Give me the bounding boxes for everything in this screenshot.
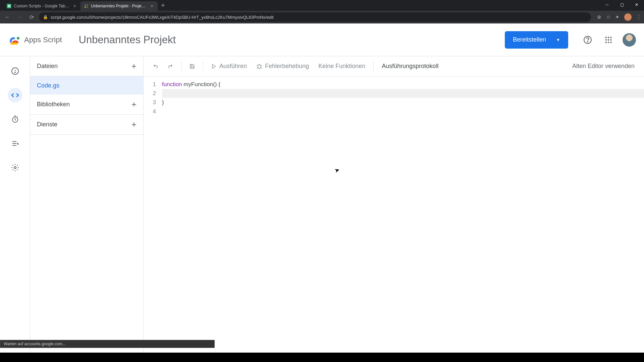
debug-label: Fehlerbehebung [265, 63, 309, 70]
code-line-3: } [162, 98, 644, 107]
code-line-2 [162, 89, 644, 98]
browser-tab-1[interactable]: Unbenanntes Projekt - Projekt-E × [80, 1, 158, 11]
svg-line-33 [257, 67, 258, 68]
function-selector-label: Keine Funktionen [318, 63, 365, 70]
svg-point-13 [610, 37, 611, 38]
svg-point-22 [15, 72, 15, 73]
editor-toolbar: Ausführen Fehlerbehebung Keine Funktione… [144, 56, 644, 76]
run-label: Ausführen [219, 63, 247, 70]
chevron-down-icon: ▼ [556, 38, 560, 42]
reload-button[interactable]: ⟳ [27, 12, 36, 22]
line-gutter: 1 2 3 4 [144, 80, 162, 353]
lock-icon: 🔒 [43, 15, 48, 19]
zoom-icon[interactable]: ⊕ [597, 14, 601, 20]
svg-point-10 [587, 41, 588, 42]
apps-script-logo[interactable]: Apps Script [8, 34, 62, 46]
svg-line-32 [261, 65, 262, 66]
execution-log-button[interactable]: Ausführungsprotokoll [378, 60, 442, 72]
toolbar-divider [203, 61, 203, 72]
tab-title-0: Custom Scripts - Google Tabellen [14, 4, 70, 8]
line-number: 3 [144, 98, 156, 107]
svg-point-14 [605, 39, 606, 40]
svg-point-19 [610, 42, 611, 43]
minimize-button[interactable]: ─ [600, 0, 614, 9]
left-rail [0, 56, 30, 353]
close-icon[interactable]: × [150, 3, 154, 9]
svg-point-15 [608, 39, 609, 40]
rail-executions-button[interactable] [8, 136, 22, 151]
line-number: 1 [144, 80, 156, 89]
tab-bar: Custom Scripts - Google Tabellen × Unben… [0, 0, 644, 11]
close-window-button[interactable]: ✕ [629, 0, 644, 9]
execution-log-label: Ausführungsprotokoll [382, 63, 438, 70]
save-button[interactable] [185, 60, 199, 72]
rail-overview-button[interactable] [8, 64, 22, 78]
files-label: Dateien [37, 63, 58, 70]
rail-triggers-button[interactable] [8, 112, 22, 127]
add-library-button[interactable]: + [131, 99, 137, 110]
url-text: script.google.com/u/0/home/projects/19lr… [51, 15, 274, 20]
extensions-icon[interactable]: ✦ [615, 14, 620, 20]
line-number: 2 [144, 89, 156, 98]
back-button[interactable]: ← [3, 12, 12, 22]
forward-button[interactable]: → [15, 12, 24, 22]
svg-marker-28 [212, 64, 215, 68]
apps-script-title: Apps Script [24, 36, 62, 44]
deploy-label: Bereitstellen [513, 36, 546, 43]
svg-point-17 [605, 42, 606, 43]
close-icon[interactable]: × [72, 3, 77, 9]
services-label: Dienste [37, 121, 57, 128]
libraries-label: Bibliotheken [37, 101, 70, 108]
apps-grid-button[interactable] [602, 33, 615, 47]
status-bar: Warten auf accounts.google.com... [0, 340, 215, 348]
svg-point-18 [608, 42, 609, 43]
function-selector[interactable]: Keine Funktionen [314, 60, 369, 72]
deploy-button[interactable]: Bereitstellen ▼ [505, 31, 568, 49]
svg-line-31 [257, 65, 258, 66]
menu-icon[interactable]: ⋮ [636, 14, 641, 20]
undo-button[interactable] [149, 60, 162, 72]
code-editor[interactable]: 1 2 3 4 function myFunction() { } [144, 76, 644, 353]
legacy-editor-link[interactable]: Alten Editor verwenden [572, 63, 639, 70]
svg-point-16 [610, 39, 611, 40]
address-bar[interactable]: 🔒 script.google.com/u/0/home/projects/19… [39, 12, 591, 22]
files-section-header: Dateien + [30, 56, 143, 76]
redo-button[interactable] [164, 60, 177, 72]
profile-icon[interactable] [624, 13, 632, 21]
svg-point-7 [87, 6, 88, 8]
code-content[interactable]: function myFunction() { } [162, 80, 644, 353]
apps-script-logo-icon [8, 34, 21, 46]
browser-tab-0[interactable]: Custom Scripts - Google Tabellen × [3, 1, 80, 11]
project-title[interactable]: Unbenanntes Projekt [79, 34, 176, 46]
star-icon[interactable]: ☆ [606, 14, 610, 20]
tab-title-1: Unbenanntes Projekt - Projekt-E [91, 4, 147, 8]
nav-bar: ← → ⟳ 🔒 script.google.com/u/0/home/proje… [0, 11, 644, 23]
account-avatar[interactable] [623, 33, 636, 47]
svg-point-5 [87, 4, 88, 6]
line-number: 4 [144, 107, 156, 116]
add-file-button[interactable]: + [131, 61, 137, 71]
run-button[interactable]: Ausführen [207, 60, 251, 72]
rail-settings-button[interactable] [8, 160, 22, 175]
editor-area: Ausführen Fehlerbehebung Keine Funktione… [144, 56, 644, 353]
debug-button[interactable]: Fehlerbehebung [252, 60, 313, 72]
browser-chrome: Custom Scripts - Google Tabellen × Unben… [0, 0, 644, 23]
svg-point-27 [14, 167, 16, 169]
svg-point-29 [258, 64, 261, 68]
add-service-button[interactable]: + [131, 119, 137, 130]
svg-point-6 [85, 6, 86, 8]
svg-line-34 [261, 67, 262, 68]
window-controls: ─ ▢ ✕ [600, 0, 644, 9]
new-tab-button[interactable]: + [158, 2, 168, 9]
code-line-1: function myFunction() { [162, 80, 644, 89]
svg-point-8 [17, 37, 19, 40]
toolbar-divider [181, 61, 181, 72]
help-button[interactable] [581, 33, 594, 47]
rail-editor-button[interactable] [8, 88, 22, 103]
svg-point-4 [85, 4, 86, 6]
toolbar-divider [373, 61, 374, 72]
apps-script-app: Apps Script Unbenanntes Projekt Bereitst… [0, 23, 644, 353]
services-section-header: Dienste + [30, 115, 143, 135]
file-item-code-gs[interactable]: Code.gs [30, 76, 143, 95]
maximize-button[interactable]: ▢ [614, 0, 629, 9]
